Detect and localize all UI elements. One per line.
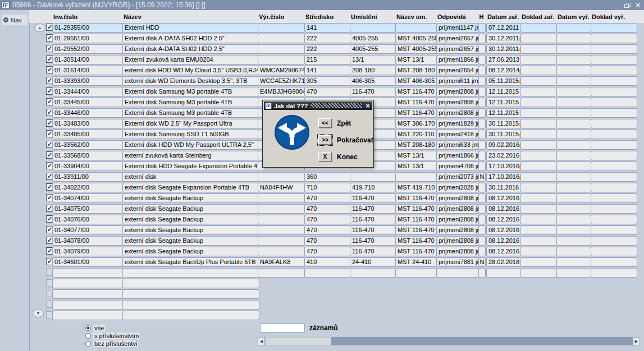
cell-datum_vyr[interactable]	[556, 119, 592, 128]
cell-doklad_vyr[interactable]	[591, 55, 637, 64]
cell-doklad_zar[interactable]	[520, 55, 558, 64]
cell-str[interactable]: 141	[304, 23, 351, 33]
cell-doklad_vyr[interactable]	[591, 23, 637, 33]
cell-empty[interactable]	[122, 279, 259, 288]
scroll-right-icon[interactable]: ▶	[633, 337, 640, 345]
cell-nazev_um[interactable]: MST 116-470	[395, 225, 437, 235]
cell-odp[interactable]: prijmeni1829 jm	[436, 119, 479, 128]
cell-empty[interactable]	[52, 279, 124, 288]
cell-datum_zar[interactable]: 08.12.2016	[486, 193, 522, 203]
cell-umist[interactable]: 116-470	[350, 87, 396, 96]
cell-datum_zar[interactable]: 30.12.2011(	[486, 44, 522, 54]
cell-vyr[interactable]	[258, 215, 305, 224]
cell-h[interactable]	[478, 204, 486, 214]
cell-nazev[interactable]: Externí HDD	[122, 23, 259, 33]
cell-vyr[interactable]	[258, 44, 305, 54]
cell-str[interactable]: 470	[304, 193, 351, 203]
cell-nazev[interactable]: externí disk Seagate Backup	[122, 193, 259, 203]
cell-datum_vyr[interactable]	[556, 87, 592, 96]
cell-inv[interactable]: 01-34078/00	[52, 236, 124, 246]
cell-empty[interactable]	[122, 311, 259, 320]
cell-doklad_zar[interactable]	[520, 108, 558, 118]
cell-datum_zar[interactable]: 30.12.2011(	[486, 34, 522, 43]
cell-empty[interactable]	[52, 311, 124, 320]
cell-datum_vyr[interactable]	[556, 23, 592, 33]
cell-nazev_um[interactable]: MST 406-305	[395, 76, 437, 86]
cell-empty[interactable]	[350, 268, 396, 278]
cell-datum_zar[interactable]: 08.12.2016	[486, 204, 522, 214]
cell-str[interactable]: 215	[304, 55, 351, 64]
cell-nazev_um[interactable]: MST 24-410	[395, 257, 437, 267]
cell-doklad_vyr[interactable]	[591, 172, 637, 182]
cell-umist[interactable]: 24-410	[350, 257, 396, 267]
cell-nazev[interactable]: Externí disk Samsung SSD T1 500GB	[122, 130, 259, 139]
cell-odp[interactable]: prijmeni2808 jm	[436, 204, 479, 214]
cell-nazev_um[interactable]: MST 4005-255	[395, 44, 437, 54]
cell-datum_vyr[interactable]	[556, 98, 592, 107]
cell-str[interactable]: 470	[304, 215, 351, 224]
cell-inv[interactable]: 01-33393/00	[52, 76, 124, 86]
cell-odp[interactable]: prijmeni2808 jm	[436, 98, 479, 107]
cell-inv[interactable]: 01-33445/00	[52, 98, 124, 107]
dialog-button-back[interactable]: <<	[318, 118, 332, 128]
cell-vyr[interactable]	[258, 193, 305, 203]
cell-doklad_vyr[interactable]	[591, 193, 637, 203]
cell-inv[interactable]: 01-33562/00	[52, 140, 124, 150]
cell-h[interactable]	[478, 98, 486, 107]
cell-doklad_vyr[interactable]	[591, 247, 637, 256]
cell-odp[interactable]: prijmeni611 jme	[436, 76, 479, 86]
scroll-down-button[interactable]: ▼	[33, 309, 44, 317]
cell-nazev_um[interactable]: MST 116-470	[395, 215, 437, 224]
cell-str[interactable]: 470	[304, 225, 351, 235]
cell-vyr[interactable]: WCC4E5ZHK71	[258, 76, 305, 86]
cell-datum_vyr[interactable]	[556, 108, 592, 118]
cell-h[interactable]	[478, 183, 486, 192]
cell-nazev[interactable]: externí disk Seagate Backup	[122, 236, 259, 246]
cell-empty[interactable]	[258, 268, 305, 278]
cell-inv[interactable]: 01-33911/00	[52, 172, 124, 182]
cell-doklad_zar[interactable]	[520, 23, 558, 33]
cell-datum_zar[interactable]: 28.02.2018	[486, 257, 522, 267]
cell-empty[interactable]	[556, 268, 592, 278]
cell-doklad_zar[interactable]	[520, 225, 558, 235]
cell-vyr[interactable]: WMCAM290674	[258, 66, 305, 75]
cell-datum_zar[interactable]: 30.11.2016	[486, 183, 522, 192]
cell-nazev[interactable]: externí disk WD Elements Desktop 3,5", 3…	[122, 76, 259, 86]
dialog-button-continue[interactable]: >>	[318, 135, 332, 145]
cell-h[interactable]	[478, 34, 486, 43]
cell-datum_vyr[interactable]	[556, 215, 592, 224]
cell-empty[interactable]	[478, 268, 486, 278]
cell-doklad_zar[interactable]	[520, 98, 558, 107]
cell-nazev_um[interactable]: MST 13/1	[395, 55, 437, 64]
cell-doklad_zar[interactable]	[520, 161, 558, 171]
dialog-close-icon[interactable]: ×	[364, 102, 371, 109]
cell-umist[interactable]: 4005-255	[350, 44, 396, 54]
cell-doklad_vyr[interactable]	[591, 204, 637, 214]
cell-doklad_vyr[interactable]	[591, 98, 637, 107]
cell-doklad_vyr[interactable]	[591, 108, 637, 118]
cell-odp[interactable]: prijmeni2808 jm	[436, 108, 479, 118]
cell-odp[interactable]: prijmeni4706 jm	[436, 161, 479, 171]
cell-datum_vyr[interactable]	[556, 130, 592, 139]
cell-h[interactable]	[478, 193, 486, 203]
cell-h[interactable]	[478, 76, 486, 86]
cell-umist[interactable]: 116-470	[350, 225, 396, 235]
cell-nazev[interactable]: externí disk Seagate Backup	[122, 215, 259, 224]
cell-nazev[interactable]: Externí disk Samsung M3 portable 4TB	[122, 108, 259, 118]
cell-nazev[interactable]: Externí disk A-DATA SH02 HDD 2.5"	[122, 34, 259, 43]
cell-doklad_vyr[interactable]	[591, 151, 637, 160]
cell-empty[interactable]	[520, 268, 558, 278]
cell-inv[interactable]: 01-30514/00	[52, 55, 124, 64]
cell-inv[interactable]: 01-33904/00	[52, 161, 124, 171]
cell-inv[interactable]: 01-34022/00	[52, 183, 124, 192]
cell-nazev[interactable]: externí disk Seagate Backup	[122, 204, 259, 214]
cell-umist[interactable]: 208-180	[350, 66, 396, 75]
cell-doklad_zar[interactable]	[520, 130, 558, 139]
cell-h[interactable]	[478, 140, 486, 150]
cell-umist[interactable]: 13/1	[350, 55, 396, 64]
cell-vyr[interactable]: NA84F4HW	[258, 183, 305, 192]
cell-datum_vyr[interactable]	[556, 151, 592, 160]
cell-str[interactable]: 410	[304, 257, 351, 267]
cell-h[interactable]	[478, 108, 486, 118]
cell-nazev[interactable]: Externí disk A-DATA SH02 HDD 2.5"	[122, 44, 259, 54]
